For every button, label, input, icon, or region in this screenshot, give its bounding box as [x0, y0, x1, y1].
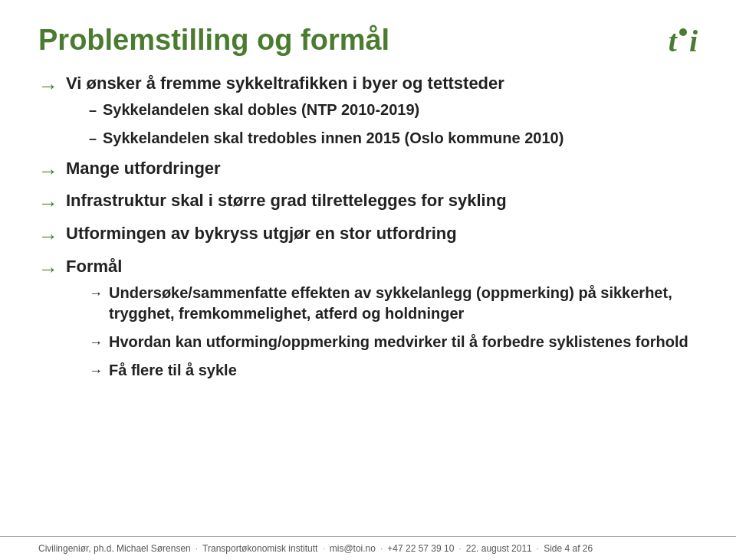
- bullet-text-4: Utformingen av bykryss utgjør en stor ut…: [66, 223, 457, 245]
- dash-icon-1-2: –: [89, 129, 97, 148]
- bullet-text-2: Mange utfordringer: [66, 158, 221, 180]
- sub-list-5: → Undersøke/sammenfatte effekten av sykk…: [89, 283, 698, 384]
- sub-list-1: – Sykkelandelen skal dobles (NTP 2010-20…: [89, 100, 564, 152]
- page-title: Problemstilling og formål: [38, 23, 669, 58]
- arrow-icon-2: →: [38, 159, 58, 185]
- footer-sep-2: ·: [322, 543, 324, 554]
- arrow-small-5-1: →: [89, 284, 103, 303]
- sub-item-5-2: → Hvordan kan utforming/oppmerking medvi…: [89, 332, 698, 352]
- bullet-item-4: → Utformingen av bykryss utgjør en stor …: [38, 223, 698, 250]
- sub-text-5-3: Få flere til å sykle: [109, 360, 698, 381]
- footer-author: Civilingeniør, ph.d. Michael Sørensen: [38, 543, 191, 554]
- bullet-text-5: Formål: [66, 257, 122, 276]
- footer-sep-1: ·: [196, 543, 198, 554]
- footer-date: 22. august 2011: [466, 543, 532, 554]
- sub-text-5-1: Undersøke/sammenfatte effekten av sykkel…: [109, 283, 698, 324]
- sub-item-5-1: → Undersøke/sammenfatte effekten av sykk…: [89, 283, 698, 324]
- footer-institute: Transportøkonomisk institutt: [202, 543, 317, 554]
- footer-email: mis@toi.no: [330, 543, 376, 554]
- arrow-icon-3: →: [38, 191, 58, 217]
- sub-item-1-2: – Sykkelandelen skal tredobles innen 201…: [89, 128, 564, 149]
- bullet-item-5: → Formål → Undersøke/sammenfatte effekte…: [38, 256, 698, 384]
- sub-text-1-1: Sykkelandelen skal dobles (NTP 2010-2019…: [103, 100, 564, 120]
- arrow-icon-1: →: [38, 74, 58, 100]
- logo-oi: i: [689, 23, 698, 59]
- bullet-content-1: Vi ønsker å fremme sykkeltrafikken i bye…: [66, 73, 564, 152]
- bullet-item-1: → Vi ønsker å fremme sykkeltrafikken i b…: [38, 73, 698, 152]
- footer-sep-4: ·: [458, 543, 461, 554]
- bullet-text-3: Infrastruktur skal i større grad tilrett…: [66, 190, 507, 212]
- arrow-icon-4: →: [38, 224, 58, 250]
- sub-item-1-1: – Sykkelandelen skal dobles (NTP 2010-20…: [89, 100, 564, 120]
- bullet-list: → Vi ønsker å fremme sykkeltrafikken i b…: [38, 73, 698, 384]
- arrow-icon-5: →: [38, 257, 58, 283]
- bullet-text-1: Vi ønsker å fremme sykkeltrafikken i bye…: [66, 74, 504, 93]
- footer-slide: Side 4 af 26: [544, 543, 593, 554]
- sub-text-1-2: Sykkelandelen skal tredobles innen 2015 …: [103, 128, 564, 149]
- dash-icon-1-1: –: [89, 101, 97, 120]
- sub-text-5-2: Hvordan kan utforming/oppmerking medvirk…: [109, 332, 698, 352]
- logo-dot: [679, 28, 687, 36]
- bullet-item-2: → Mange utfordringer: [38, 158, 698, 185]
- footer: Civilingeniør, ph.d. Michael Sørensen · …: [0, 536, 736, 560]
- footer-sep-5: ·: [537, 543, 539, 554]
- bullet-content-5: Formål → Undersøke/sammenfatte effekten …: [66, 256, 698, 384]
- arrow-small-5-3: →: [89, 362, 103, 380]
- bullet-item-3: → Infrastruktur skal i større grad tilre…: [38, 190, 698, 217]
- logo: t i: [669, 23, 698, 59]
- logo-t: t: [669, 23, 677, 59]
- arrow-small-5-2: →: [89, 333, 103, 352]
- footer-sep-3: ·: [380, 543, 383, 554]
- header-row: Problemstilling og formål t i: [38, 23, 698, 59]
- main-content: Problemstilling og formål t i → Vi ønske…: [0, 0, 736, 536]
- footer-phone: +47 22 57 39 10: [387, 543, 454, 554]
- sub-item-5-3: → Få flere til å sykle: [89, 360, 698, 381]
